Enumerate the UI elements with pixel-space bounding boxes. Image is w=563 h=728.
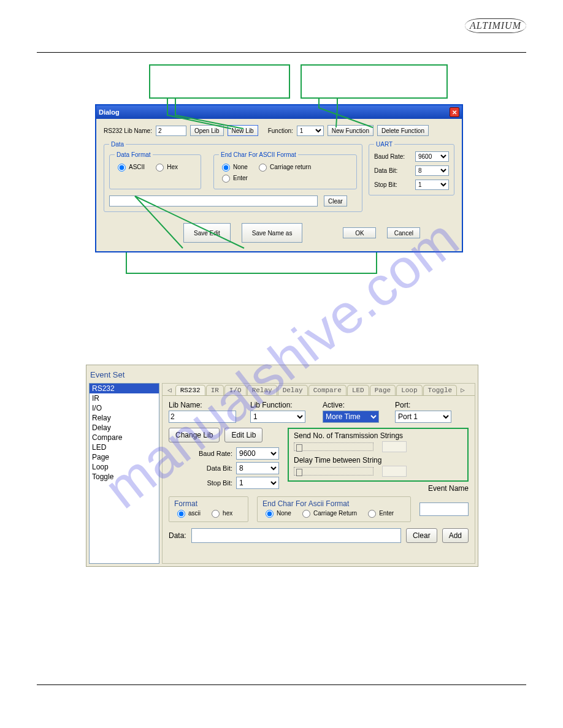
eventset-title: Event Set xyxy=(89,368,475,383)
save-edit-button[interactable]: Save Edit xyxy=(183,223,231,243)
tab-page[interactable]: Page xyxy=(370,385,396,395)
list-item[interactable]: Compare xyxy=(90,433,159,442)
titlebar[interactable]: Dialog ✕ xyxy=(96,105,462,119)
es-hex-radio[interactable]: hex xyxy=(209,508,232,518)
libname-label: Lib Name: xyxy=(169,401,239,409)
es-databit-label: Data Bit: xyxy=(207,464,232,472)
baud-label: Baud Rate: xyxy=(374,153,405,160)
es-stopbit-label: Stop Bit: xyxy=(207,479,232,487)
delay-time-slider[interactable] xyxy=(294,467,373,476)
es-add-button[interactable]: Add xyxy=(442,528,469,543)
list-item[interactable]: LED xyxy=(90,442,159,452)
es-baud-select[interactable]: 9600 xyxy=(236,447,279,460)
callout-box-top-right xyxy=(301,64,448,99)
ok-button[interactable]: OK xyxy=(343,227,376,238)
es-enter-radio[interactable]: Enter xyxy=(365,508,394,518)
es-none-radio[interactable]: None xyxy=(262,508,291,518)
none-radio[interactable]: None xyxy=(219,162,248,172)
hex-radio[interactable]: Hex xyxy=(153,162,178,172)
event-name-label: Event Name xyxy=(428,484,469,493)
tab-delay[interactable]: Delay xyxy=(278,385,308,395)
tab-rs232[interactable]: RS232 xyxy=(175,385,205,395)
stopbit-select[interactable]: 1 xyxy=(415,180,449,190)
dialog-title: Dialog xyxy=(99,108,120,116)
databit-select[interactable]: 8 xyxy=(415,165,449,176)
callout-box-top-left xyxy=(149,64,290,99)
footer-rule xyxy=(37,684,526,685)
tab-ir[interactable]: IR xyxy=(206,385,224,395)
list-item[interactable]: Page xyxy=(90,452,159,462)
list-item[interactable]: Relay xyxy=(90,413,159,423)
tab-left-arrow-icon[interactable]: ◁ xyxy=(164,385,175,395)
data-label: Data: xyxy=(169,531,186,540)
new-function-button[interactable]: New Function xyxy=(327,125,373,136)
cancel-button[interactable]: Cancel xyxy=(387,227,420,238)
tab-relay[interactable]: Relay xyxy=(247,385,277,395)
libfunction-select[interactable]: 1 xyxy=(250,411,305,423)
edit-lib-button[interactable]: Edit Lib xyxy=(224,428,262,442)
cr-radio[interactable]: Carriage return xyxy=(256,162,311,172)
format-legend: Format xyxy=(174,499,243,508)
list-item[interactable]: Loop xyxy=(90,462,159,472)
rs232-libname-label: RS232 Lib Name: xyxy=(104,127,152,134)
send-no-value xyxy=(382,441,407,452)
send-no-label: Send No. of Transmission Strings xyxy=(294,431,462,440)
tab-led[interactable]: LED xyxy=(347,385,369,395)
libfunction-label: Lib Function: xyxy=(250,401,312,409)
active-label: Active: xyxy=(323,401,384,409)
list-item[interactable]: RS232 xyxy=(90,384,159,393)
brand-logo: ALTIMIUM xyxy=(465,18,526,33)
delete-function-button[interactable]: Delete Function xyxy=(377,125,429,136)
data-textbox[interactable] xyxy=(109,195,318,207)
list-item[interactable]: Delay xyxy=(90,423,159,433)
es-clear-button[interactable]: Clear xyxy=(406,528,437,543)
close-icon[interactable]: ✕ xyxy=(450,107,459,117)
clear-button[interactable]: Clear xyxy=(324,195,347,207)
function-label: Function: xyxy=(268,127,293,134)
new-lib-button[interactable]: New Lib xyxy=(228,125,258,136)
function-select[interactable]: 1 xyxy=(297,126,324,136)
delay-time-label: Delay Time between String xyxy=(294,456,462,464)
es-baud-label: Baud Rate: xyxy=(199,450,232,457)
delay-time-value xyxy=(382,466,407,477)
save-name-as-button[interactable]: Save Name as xyxy=(242,223,303,243)
es-databit-select[interactable]: 8 xyxy=(236,462,279,474)
databit-label: Data Bit: xyxy=(374,167,397,174)
eventset-panel: Event Set RS232 IR I/O Relay Delay Compa… xyxy=(86,365,478,567)
data-fieldset-legend: Data xyxy=(109,141,126,148)
tab-compare[interactable]: Compare xyxy=(308,385,347,395)
open-lib-button[interactable]: Open Lib xyxy=(190,125,224,136)
active-select[interactable]: More Time xyxy=(323,411,379,423)
tab-loop[interactable]: Loop xyxy=(396,385,422,395)
change-lib-button[interactable]: Change Lib xyxy=(169,428,220,442)
tab-toggle[interactable]: Toggle xyxy=(423,385,458,395)
port-select[interactable]: Port 1 xyxy=(395,411,451,423)
stopbit-label: Stop Bit: xyxy=(374,181,397,188)
rs232-libname-input[interactable] xyxy=(156,126,186,136)
tab-io[interactable]: I/O xyxy=(224,385,247,395)
port-label: Port: xyxy=(395,401,456,409)
transmission-highlight-box: Send No. of Transmission Strings Delay T… xyxy=(288,428,469,482)
es-cr-radio[interactable]: Carriage Return xyxy=(299,508,357,518)
ascii-radio[interactable]: ASCII xyxy=(115,162,145,172)
dialog-window: Dialog ✕ RS232 Lib Name: Open Lib New Li… xyxy=(95,104,463,252)
enter-radio[interactable]: Enter xyxy=(219,173,248,183)
es-endchar-legend: End Char For Ascii Format xyxy=(262,499,405,508)
tab-right-arrow-icon[interactable]: ▷ xyxy=(458,385,468,395)
es-stopbit-select[interactable]: 1 xyxy=(236,477,279,489)
libname-input[interactable] xyxy=(169,411,236,423)
list-item[interactable]: I/O xyxy=(90,403,159,413)
header-rule xyxy=(37,52,526,53)
baud-select[interactable]: 9600 xyxy=(415,151,449,162)
event-name-input[interactable] xyxy=(419,502,469,516)
eventset-list[interactable]: RS232 IR I/O Relay Delay Compare LED Pag… xyxy=(89,383,159,564)
endchar-legend: End Char For ASCII Format xyxy=(219,151,298,158)
uart-legend: UART xyxy=(374,141,394,148)
es-ascii-radio[interactable]: ascii xyxy=(174,508,201,518)
data-format-legend: Data Format xyxy=(115,151,153,158)
list-item[interactable]: Toggle xyxy=(90,472,159,482)
list-item[interactable]: IR xyxy=(90,393,159,403)
send-no-slider[interactable] xyxy=(294,442,373,451)
es-data-input[interactable] xyxy=(191,528,401,543)
